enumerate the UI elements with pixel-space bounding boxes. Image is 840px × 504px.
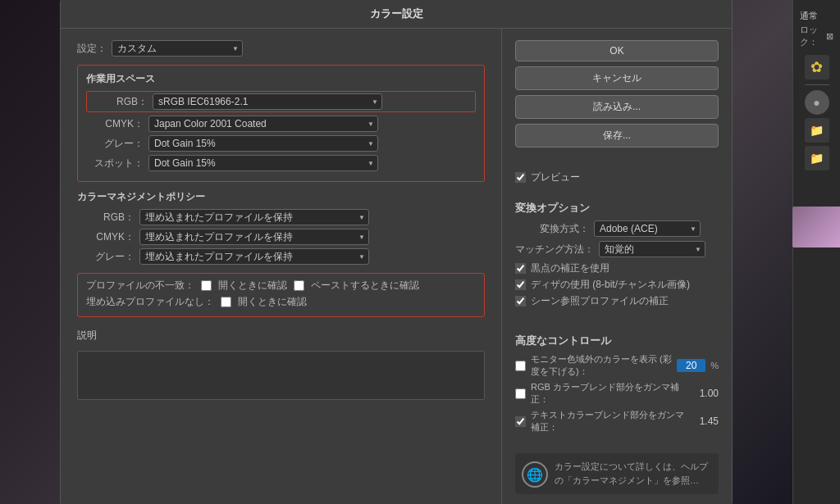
policy-title: カラーマネジメントポリシー: [77, 190, 485, 204]
monitor-colors-label: モニター色域外のカラーを表示 (彩度を下げる)：: [531, 353, 672, 378]
rgb-select[interactable]: sRGB IEC61966-2.1: [153, 93, 382, 110]
panel-icon-folder2: 📁: [805, 146, 829, 170]
mismatch-open-label: 開くときに確認: [218, 279, 287, 293]
panel-icon-folder1: 📁: [805, 118, 829, 143]
info-text: カラー設定について詳しくは、ヘルプの「カラーマネジメント」を参照…: [555, 460, 712, 487]
matching-method-select[interactable]: 知覚的: [599, 241, 705, 257]
gray-label: グレー：: [86, 137, 144, 151]
mismatch-open-checkbox[interactable]: [201, 280, 212, 291]
advanced-title: 高度なコントロール: [515, 334, 719, 348]
policy-cmyk-select[interactable]: 埋め込まれたプロファイルを保持: [139, 229, 369, 245]
blend-mode-label: 通常: [800, 10, 833, 22]
right-panel: 通常 ロック： ⊠ ✿ ● 📁 📁: [792, 0, 840, 504]
matching-method-label: マッチング方法：: [515, 243, 594, 257]
workspace-section: 作業用スペース RGB： sRGB IEC61966-2.1 CMYK：: [77, 65, 485, 182]
missing-open-checkbox[interactable]: [221, 297, 231, 307]
rgb-blend-checkbox[interactable]: [515, 388, 526, 399]
matching-method-row: マッチング方法： 知覚的: [515, 241, 719, 257]
rgb-select-wrapper[interactable]: sRGB IEC61966-2.1: [153, 93, 382, 110]
description-box: [77, 351, 485, 400]
spot-select-wrapper[interactable]: Dot Gain 15%: [148, 155, 378, 171]
conversion-method-row: 変換方式： Adobe (ACE): [515, 220, 719, 237]
policy-rgb-select[interactable]: 埋め込まれたプロファイルを保持: [139, 209, 369, 225]
preview-checkbox[interactable]: [515, 172, 526, 183]
dialog-title: カラー設定: [61, 0, 732, 29]
mismatch-paste-label: ペーストするときに確認: [311, 279, 419, 293]
scene-profile-checkbox[interactable]: [515, 296, 526, 306]
policy-cmyk-select-wrapper[interactable]: 埋め込まれたプロファイルを保持: [139, 229, 369, 245]
settings-label: 設定：: [77, 42, 107, 56]
profile-mismatch-label: プロファイルの不一致：: [86, 279, 194, 293]
advanced-controls-section: 高度なコントロール モニター色域外のカラーを表示 (彩度を下げる)： 20 % …: [515, 334, 719, 437]
matching-method-select-wrapper[interactable]: 知覚的: [599, 241, 705, 257]
lock-symbol: ⊠: [826, 31, 833, 42]
color-settings-dialog: カラー設定 設定： カスタム 作業用スペース: [60, 0, 733, 504]
text-blend-checkbox[interactable]: [515, 416, 526, 427]
lock-label: ロック：: [800, 24, 823, 48]
policy-rgb-label: RGB：: [77, 211, 135, 225]
cmyk-label: CMYK：: [86, 117, 144, 131]
preview-label: プレビュー: [531, 170, 580, 184]
policy-gray-row: グレー： 埋め込まれたプロファイルを保持: [77, 248, 485, 265]
policy-gray-select-wrapper[interactable]: 埋め込まれたプロファイルを保持: [139, 248, 369, 265]
text-blend-value: 1.45: [690, 415, 719, 427]
settings-row: 設定： カスタム: [77, 40, 485, 57]
black-compensation-checkbox[interactable]: [515, 263, 526, 274]
save-button[interactable]: 保存...: [515, 124, 719, 148]
rgb-label: RGB：: [90, 95, 148, 109]
dithering-label: ディザの使用 (8-bit/チャンネル画像): [531, 278, 690, 292]
settings-select-wrapper[interactable]: カスタム: [112, 40, 243, 57]
policy-gray-label: グレー：: [77, 250, 135, 264]
scene-profile-row: シーン参照プロファイルの補正: [515, 294, 719, 308]
policy-gray-select[interactable]: 埋め込まれたプロファイルを保持: [139, 248, 369, 265]
dithering-row: ディザの使用 (8-bit/チャンネル画像): [515, 278, 719, 292]
missing-profile-row: 埋め込みプロファイルなし： 開くときに確認: [86, 295, 476, 309]
mismatch-paste-checkbox[interactable]: [294, 280, 304, 291]
gray-select[interactable]: Dot Gain 15%: [148, 135, 378, 152]
conversion-section: 変換オプション 変換方式： Adobe (ACE) マッチング方法：: [515, 201, 719, 311]
settings-select[interactable]: カスタム: [112, 40, 243, 57]
monitor-colors-checkbox[interactable]: [515, 361, 526, 371]
policy-section: カラーマネジメントポリシー RGB： 埋め込まれたプロファイルを保持 CMYK：: [77, 190, 485, 265]
panel-top: 通常 ロック： ⊠: [793, 7, 840, 52]
load-button[interactable]: 読み込み...: [515, 95, 719, 119]
conversion-method-select-wrapper[interactable]: Adobe (ACE): [594, 220, 701, 237]
conversion-method-select[interactable]: Adobe (ACE): [594, 220, 701, 237]
lock-row: ロック： ⊠: [800, 24, 833, 48]
monitor-colors-row: モニター色域外のカラーを表示 (彩度を下げる)： 20 %: [515, 353, 719, 378]
cancel-button[interactable]: キャンセル: [515, 66, 719, 90]
info-box: 🌐 カラー設定について詳しくは、ヘルプの「カラーマネジメント」を参照…: [515, 453, 719, 494]
gray-row: グレー： Dot Gain 15%: [86, 135, 476, 152]
description-title: 説明: [77, 329, 97, 341]
spot-select[interactable]: Dot Gain 15%: [148, 155, 378, 171]
cmyk-select[interactable]: Japan Color 2001 Coated: [148, 116, 378, 132]
modal-overlay: カラー設定 設定： カスタム 作業用スペース: [0, 0, 792, 504]
dialog-body: 設定： カスタム 作業用スペース RGB：: [61, 29, 732, 504]
cmyk-row: CMYK： Japan Color 2001 Coated: [86, 116, 476, 132]
black-compensation-label: 黒点の補正を使用: [531, 261, 609, 275]
spot-label: スポット：: [86, 157, 144, 170]
thumbnail: [792, 207, 841, 247]
conversion-method-label: 変換方式：: [515, 222, 589, 236]
rgb-blend-row: RGB カラーブレンド部分をガンマ補正： 1.00: [515, 381, 719, 406]
dialog-right: OK キャンセル 読み込み... 保存... プレビュー 変換オプション 変換方…: [502, 29, 732, 504]
panel-icon-flower[interactable]: ✿: [805, 55, 829, 79]
black-compensation-row: 黒点の補正を使用: [515, 261, 719, 275]
panel-icon-circle[interactable]: ●: [805, 90, 829, 115]
dithering-checkbox[interactable]: [515, 279, 526, 290]
policy-rgb-select-wrapper[interactable]: 埋め込まれたプロファイルを保持: [139, 209, 369, 225]
description-area: 説明: [77, 329, 485, 400]
preview-row: プレビュー: [515, 170, 719, 184]
dialog-left: 設定： カスタム 作業用スペース RGB：: [61, 29, 502, 504]
conversion-title: 変換オプション: [515, 201, 719, 216]
text-blend-row: テキストカラーブレンド部分をガンマ補正： 1.45: [515, 409, 719, 434]
workspace-title: 作業用スペース: [86, 72, 476, 86]
dialog-buttons: OK キャンセル 読み込み... 保存...: [515, 40, 719, 148]
text-blend-label: テキストカラーブレンド部分をガンマ補正：: [531, 409, 685, 434]
cmyk-select-wrapper[interactable]: Japan Color 2001 Coated: [148, 116, 378, 132]
gray-select-wrapper[interactable]: Dot Gain 15%: [148, 135, 378, 152]
scene-profile-label: シーン参照プロファイルの補正: [531, 294, 669, 308]
monitor-colors-unit: %: [710, 361, 719, 370]
ok-button[interactable]: OK: [515, 40, 719, 61]
globe-icon: 🌐: [522, 461, 548, 488]
